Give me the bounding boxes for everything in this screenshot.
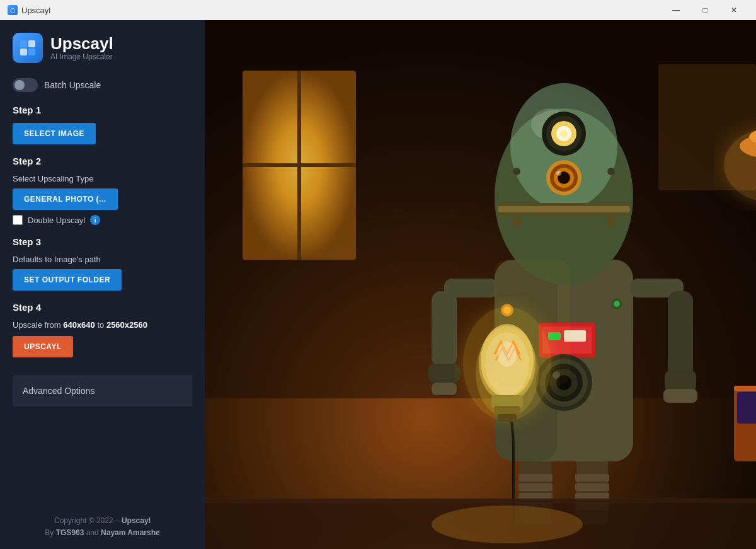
- svg-rect-0: [20, 40, 27, 47]
- svg-rect-55: [663, 389, 697, 403]
- svg-rect-28: [575, 483, 609, 491]
- main-content: SHOW/HIDE IMAGE SETTINGS: [205, 20, 756, 549]
- close-button[interactable]: ✕: [719, 0, 748, 20]
- upscale-dims: Upscale from 640x640 to 2560x2560: [13, 320, 192, 330]
- logo-section: Upscayl AI Image Upscaler: [13, 33, 192, 63]
- titlebar-title: Upscayl: [21, 6, 50, 15]
- upscayl-button[interactable]: UPSCAYL: [13, 336, 73, 357]
- robot-scene: [205, 20, 756, 549]
- step4-section: Step 4 Upscale from 640x640 to 2560x2560…: [13, 302, 192, 357]
- batch-upscale-toggle[interactable]: [13, 78, 38, 92]
- svg-rect-54: [665, 370, 696, 392]
- svg-point-73: [556, 171, 561, 176]
- svg-rect-83: [495, 406, 520, 415]
- advanced-options-label: Advanced Options: [23, 386, 94, 396]
- titlebar-controls: — □ ✕: [662, 0, 748, 20]
- svg-rect-20: [734, 386, 756, 391]
- svg-rect-68: [498, 206, 630, 212]
- svg-rect-18: [737, 392, 756, 424]
- svg-point-75: [606, 217, 616, 227]
- svg-rect-51: [432, 383, 457, 395]
- step2-label: Step 2: [13, 156, 192, 166]
- sidebar-footer: Copyright © 2022 – Upscayl By TGS963 and…: [13, 505, 192, 549]
- step2-section: Step 2 Select Upscaling Type GENERAL PHO…: [13, 156, 192, 225]
- advanced-options[interactable]: Advanced Options: [13, 375, 192, 407]
- batch-upscale-label: Batch Upscale: [44, 80, 101, 90]
- step3-label: Step 3: [13, 236, 192, 247]
- app-title: Upscayl: [50, 35, 113, 53]
- select-image-button[interactable]: SELECT IMAGE: [13, 123, 96, 144]
- app-body: Upscayl AI Image Upscaler Batch Upscale …: [0, 20, 756, 549]
- svg-rect-10: [243, 71, 356, 260]
- titlebar-left: ⬡ Upscayl: [8, 5, 50, 15]
- step1-label: Step 1: [13, 105, 192, 115]
- svg-point-47: [614, 301, 620, 307]
- svg-point-74: [512, 217, 522, 227]
- step3-section: Step 3 Defaults to Image's path SET OUTP…: [13, 236, 192, 291]
- defaults-label: Defaults to Image's path: [13, 255, 192, 264]
- set-output-folder-button[interactable]: SET OUTPUT FOLDER: [13, 269, 122, 291]
- svg-rect-24: [518, 483, 553, 491]
- logo-text: Upscayl AI Image Upscaler: [50, 35, 113, 62]
- logo-icon: [13, 33, 43, 63]
- select-upscaling-label: Select Upscaling Type: [13, 174, 192, 183]
- model-select-button[interactable]: GENERAL PHOTO (...: [13, 188, 118, 210]
- svg-point-66: [560, 130, 568, 137]
- svg-rect-2: [20, 49, 27, 55]
- step1-section: Step 1 SELECT IMAGE: [13, 105, 192, 144]
- double-upscayl-info-icon[interactable]: i: [90, 215, 100, 225]
- svg-rect-49: [432, 291, 457, 367]
- batch-toggle-row: Batch Upscale: [13, 78, 192, 92]
- svg-point-77: [607, 168, 615, 175]
- app-icon: ⬡: [8, 5, 18, 15]
- svg-rect-53: [668, 291, 693, 379]
- double-upscayl-row: Double Upscayl i: [13, 215, 192, 225]
- double-upscayl-label: Double Upscayl: [28, 216, 85, 225]
- titlebar: ⬡ Upscayl — □ ✕: [0, 0, 756, 20]
- svg-rect-3: [28, 49, 35, 55]
- svg-rect-1: [28, 40, 35, 47]
- svg-rect-84: [498, 414, 517, 422]
- svg-rect-23: [518, 474, 553, 482]
- minimize-button[interactable]: —: [662, 0, 690, 20]
- maximize-button[interactable]: □: [690, 0, 719, 20]
- svg-rect-88: [205, 498, 756, 503]
- footer-copyright: Copyright © 2022 – Upscayl: [13, 515, 192, 527]
- svg-point-89: [432, 506, 583, 543]
- sidebar: Upscayl AI Image Upscaler Batch Upscale …: [0, 20, 205, 549]
- svg-point-76: [513, 168, 520, 175]
- footer-authors: By TGS963 and Nayam Amarshe: [13, 527, 192, 539]
- svg-rect-50: [428, 364, 460, 383]
- double-upscayl-checkbox[interactable]: [13, 215, 23, 225]
- svg-rect-27: [575, 474, 609, 482]
- step4-label: Step 4: [13, 302, 192, 313]
- app-subtitle: AI Image Upscaler: [50, 52, 113, 61]
- svg-rect-90: [495, 260, 570, 386]
